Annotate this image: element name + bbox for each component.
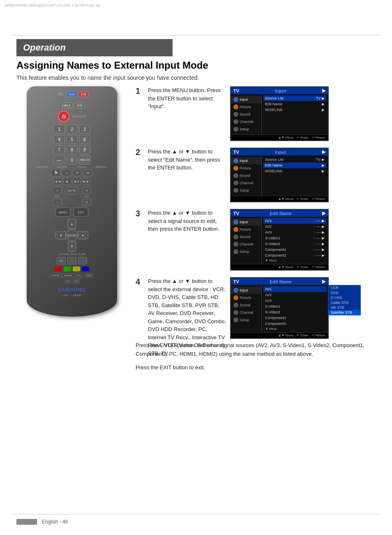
p-mode-button[interactable]: P.MODE [50, 273, 61, 278]
picture-icon-3 [233, 227, 238, 232]
vol-down-button[interactable]: − [53, 199, 62, 206]
ff-button[interactable]: ►► [82, 178, 90, 185]
tv-menu-3-header: TV Edit Name ▶ [231, 210, 328, 217]
num-7-button[interactable]: 7 [53, 145, 65, 154]
num-4-button[interactable]: 4 [53, 135, 65, 144]
fav-ch-label: FAV.CH [73, 166, 91, 168]
stb-button[interactable]: STB [78, 92, 88, 97]
still-button[interactable]: STILL [74, 273, 83, 278]
input-icon-3 [233, 220, 238, 225]
ch-up-button[interactable]: ∧ [82, 187, 91, 194]
tv-menu-3-item-setup: Setup [231, 248, 261, 255]
mts-button[interactable]: MTS [64, 279, 72, 284]
tv-menu-2-item-input: Input [231, 157, 261, 164]
tv-menu-4-footer: ▲▼ Move ↵ Enter ⏎ Return [231, 332, 328, 338]
menu-exit-row: MENU EXIT [27, 208, 117, 217]
tv-menu-3-comp2: Component2: ---- ▶ [263, 252, 326, 258]
tv-menu-1-left: Input Picture Sound Channel [231, 94, 262, 134]
num-3-button[interactable]: 3 [79, 125, 90, 134]
ch-label: CH [85, 195, 89, 198]
sleep-label: SLEEP [78, 253, 86, 255]
caption-info-sleep-row: CAPTION INFO SLEEP [27, 253, 117, 255]
num-1-button[interactable]: 1 [53, 125, 65, 134]
dash-button[interactable]: — [53, 155, 65, 164]
bottom-divider [12, 514, 380, 514]
func-button-row: 📡 ≡ ★ W [27, 169, 117, 176]
info-label: INFO [70, 253, 76, 255]
dpad-up-button[interactable]: ▲ [68, 219, 76, 229]
mute-button[interactable]: MUTE [66, 187, 78, 194]
fav-ch-button[interactable]: ★ [73, 169, 82, 176]
sound-icon-3 [233, 234, 238, 239]
num-0-button[interactable]: 0 [66, 155, 78, 164]
play-pause-button[interactable]: ►II [73, 178, 81, 185]
rew-button[interactable]: ◄◄ [54, 178, 62, 185]
dvd-button[interactable]: DVD [67, 92, 77, 97]
tv-menu-3-left: Input Picture Sound Channel [231, 217, 262, 264]
dpad-right-button[interactable]: ► [78, 231, 88, 239]
mode-row: P.MODE S.MODE STILL P.SIZE [27, 273, 117, 278]
remote-top-row: TV DVD STB [27, 86, 117, 97]
remote-control: TV DVD STB CABLE VCR ⏻ SOURCE 1 2 3 4 5 … [27, 86, 117, 317]
s-mode-button[interactable]: S.MODE [62, 273, 74, 278]
page-number: English - 46 [42, 519, 68, 525]
num-6-button[interactable]: 6 [79, 135, 90, 144]
dpad-left-button[interactable]: ◄ [55, 231, 66, 239]
remote-control-area: TV DVD STB CABLE VCR ⏻ SOURCE 1 2 3 4 5 … [16, 86, 127, 317]
yellow-color-button[interactable] [73, 266, 80, 271]
dpad-down-button[interactable]: ▼ [68, 241, 76, 252]
menu-button[interactable]: MENU [55, 208, 70, 217]
enter-button[interactable]: ENTER [66, 229, 78, 241]
pre-ch-button[interactable]: PRE-CH [79, 155, 90, 164]
setup-icon-4 [233, 317, 238, 322]
ch-down-button[interactable]: ∨ [82, 199, 91, 206]
red-color-button[interactable] [55, 266, 62, 271]
tv-menu-4-svideo1: S-Video1 [263, 303, 326, 309]
tv-menu-4-svideo2: S-Video2 [263, 309, 326, 315]
step4-extra-1: Press the ENTER button. Set other signal… [136, 341, 380, 359]
input-icon-2 [233, 158, 238, 163]
tv-menu-2-arrow: ▶ [322, 149, 325, 155]
tv-menu-2-body: Input Picture Sound Channel [231, 155, 328, 196]
tv-menu-2-left: Input Picture Sound Channel [231, 155, 262, 196]
tv-menu-3-footer: ▲▼ Move ↵ Enter ⏎ Return [231, 264, 328, 270]
tv-menu-2-header: TV Input ▶ [231, 148, 328, 155]
exit-button[interactable]: EXIT [74, 208, 88, 217]
tv-menu-1-item-picture: Picture [231, 103, 261, 111]
tv-menu-1: TV Input ▶ Input Picture Sound [230, 86, 329, 141]
tv-menu-1-item-sound: Sound [231, 111, 261, 118]
step-2-text: Press the ▲ or ▼ button to select "Edit … [148, 148, 230, 172]
tv-menu-4-left: Input Picture Sound Channel [231, 285, 262, 332]
num-8-button[interactable]: 8 [66, 145, 78, 154]
reset-label: ○ RESET [71, 294, 82, 296]
power-button[interactable]: ⏻ [58, 111, 69, 122]
step-2-row: 2 Press the ▲ or ▼ button to select "Edi… [136, 148, 380, 202]
antenna-button[interactable]: 📡 [51, 169, 60, 176]
tv-menu-1-title: Input [275, 88, 286, 93]
vcr-button[interactable]: VCR [74, 103, 85, 108]
num-5-button[interactable]: 5 [66, 135, 78, 144]
p-size-button[interactable]: P.SIZE [84, 273, 93, 278]
sleep-button[interactable]: 💤 [78, 257, 87, 264]
sit-reset-row: ○ SIT ○ RESET [27, 294, 117, 296]
vol-up-button[interactable]: + [53, 187, 62, 194]
ch-mgr-button[interactable]: ≡ [62, 169, 71, 176]
blue-color-button[interactable] [82, 266, 89, 271]
tv-menu-1-footer: ▲▼ Move ↵ Enter ⏎ Return [231, 134, 328, 140]
ch2-button[interactable]: CH2 [72, 279, 80, 284]
tv-menu-4-item-channel: Channel [231, 309, 261, 316]
tv-menu-1-edit-name: Edit Name ▶ [263, 101, 326, 107]
num-2-button[interactable]: 2 [66, 125, 78, 134]
green-color-button[interactable] [64, 266, 71, 271]
number-pad: 1 2 3 4 5 6 7 8 9 — 0 PRE-CH [27, 125, 117, 164]
popup-cablestb: Cable STB [328, 300, 360, 305]
tv-menu-4-item-input: Input [231, 287, 261, 294]
stop-button[interactable]: ■ [63, 178, 71, 185]
step-2-number: 2 [136, 148, 140, 157]
info-button[interactable]: i [67, 257, 76, 264]
picture-icon-2 [233, 166, 238, 171]
caption-button[interactable]: CC [57, 257, 66, 264]
wiselink-button[interactable]: W [83, 169, 92, 176]
cable-button[interactable]: CABLE [59, 103, 73, 108]
num-9-button[interactable]: 9 [79, 145, 90, 154]
